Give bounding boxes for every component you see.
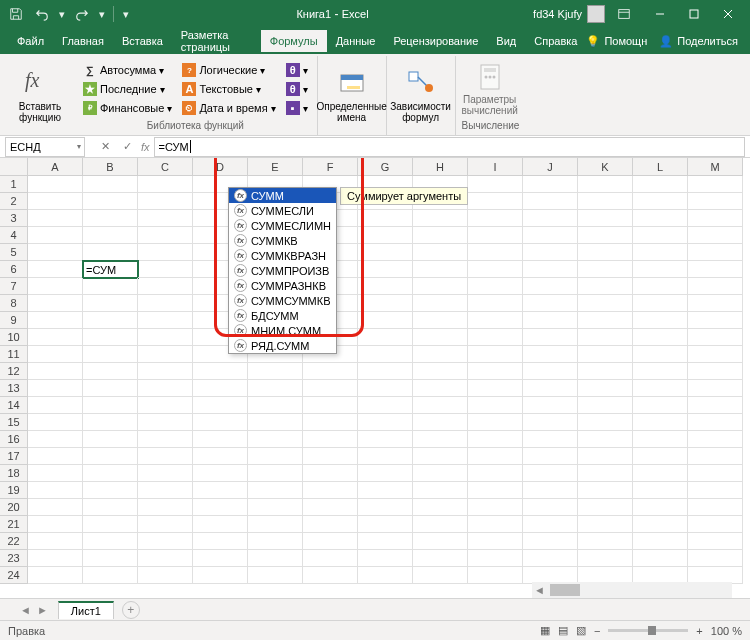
cell-B8[interactable] [83, 295, 138, 312]
cell-C4[interactable] [138, 227, 193, 244]
cell-G7[interactable] [358, 278, 413, 295]
cell-E17[interactable] [248, 448, 303, 465]
cell-L11[interactable] [633, 346, 688, 363]
row-header-10[interactable]: 10 [0, 329, 28, 346]
cell-C8[interactable] [138, 295, 193, 312]
cell-A20[interactable] [28, 499, 83, 516]
cell-B19[interactable] [83, 482, 138, 499]
cell-B5[interactable] [83, 244, 138, 261]
cell-G18[interactable] [358, 465, 413, 482]
row-header-21[interactable]: 21 [0, 516, 28, 533]
cell-K22[interactable] [578, 533, 633, 550]
cell-L13[interactable] [633, 380, 688, 397]
cell-H20[interactable] [413, 499, 468, 516]
cell-G13[interactable] [358, 380, 413, 397]
cell-L8[interactable] [633, 295, 688, 312]
cell-D13[interactable] [193, 380, 248, 397]
calc-options-button[interactable]: Параметры вычислений [462, 58, 518, 120]
autocomplete-item[interactable]: fxСУММСУММКВ [229, 293, 336, 308]
cell-L15[interactable] [633, 414, 688, 431]
cell-K17[interactable] [578, 448, 633, 465]
cell-J6[interactable] [523, 261, 578, 278]
cell-A10[interactable] [28, 329, 83, 346]
cell-A1[interactable] [28, 176, 83, 193]
cell-C13[interactable] [138, 380, 193, 397]
col-header-A[interactable]: A [28, 158, 83, 176]
cell-L23[interactable] [633, 550, 688, 567]
cell-C20[interactable] [138, 499, 193, 516]
cell-I13[interactable] [468, 380, 523, 397]
autocomplete-item[interactable]: fxСУММКВРАЗН [229, 248, 336, 263]
cell-K14[interactable] [578, 397, 633, 414]
row-header-3[interactable]: 3 [0, 210, 28, 227]
cell-C21[interactable] [138, 516, 193, 533]
cell-M19[interactable] [688, 482, 743, 499]
cell-C22[interactable] [138, 533, 193, 550]
autocomplete-item[interactable]: fxМНИМ.СУММ [229, 323, 336, 338]
cell-B17[interactable] [83, 448, 138, 465]
cell-K4[interactable] [578, 227, 633, 244]
cell-E18[interactable] [248, 465, 303, 482]
autocomplete-item[interactable]: fxСУММПРОИЗВ [229, 263, 336, 278]
cell-H3[interactable] [413, 210, 468, 227]
cell-H21[interactable] [413, 516, 468, 533]
share-button[interactable]: 👤Поделиться [659, 35, 738, 48]
cell-J14[interactable] [523, 397, 578, 414]
cell-A6[interactable] [28, 261, 83, 278]
cell-I2[interactable] [468, 193, 523, 210]
cell-I23[interactable] [468, 550, 523, 567]
cell-K9[interactable] [578, 312, 633, 329]
row-header-19[interactable]: 19 [0, 482, 28, 499]
cell-I21[interactable] [468, 516, 523, 533]
autocomplete-item[interactable]: fxСУММЕСЛИ [229, 203, 336, 218]
tab-help[interactable]: Справка [525, 30, 586, 52]
cell-L16[interactable] [633, 431, 688, 448]
cell-L10[interactable] [633, 329, 688, 346]
tab-insert[interactable]: Вставка [113, 30, 172, 52]
cell-L9[interactable] [633, 312, 688, 329]
cell-M6[interactable] [688, 261, 743, 278]
cell-J7[interactable] [523, 278, 578, 295]
cell-C3[interactable] [138, 210, 193, 227]
cell-D21[interactable] [193, 516, 248, 533]
cell-J20[interactable] [523, 499, 578, 516]
cell-K12[interactable] [578, 363, 633, 380]
cell-B10[interactable] [83, 329, 138, 346]
cell-K18[interactable] [578, 465, 633, 482]
row-header-24[interactable]: 24 [0, 567, 28, 584]
cell-M13[interactable] [688, 380, 743, 397]
cell-B16[interactable] [83, 431, 138, 448]
cell-J17[interactable] [523, 448, 578, 465]
cell-I18[interactable] [468, 465, 523, 482]
more-fn-button[interactable]: ▪ ▾ [283, 99, 311, 117]
cell-L21[interactable] [633, 516, 688, 533]
row-header-5[interactable]: 5 [0, 244, 28, 261]
cell-E12[interactable] [248, 363, 303, 380]
row-header-7[interactable]: 7 [0, 278, 28, 295]
cell-C18[interactable] [138, 465, 193, 482]
row-header-18[interactable]: 18 [0, 465, 28, 482]
row-header-16[interactable]: 16 [0, 431, 28, 448]
cell-F21[interactable] [303, 516, 358, 533]
cell-K13[interactable] [578, 380, 633, 397]
cell-K1[interactable] [578, 176, 633, 193]
cell-E15[interactable] [248, 414, 303, 431]
cell-E13[interactable] [248, 380, 303, 397]
cell-B18[interactable] [83, 465, 138, 482]
cell-E21[interactable] [248, 516, 303, 533]
cell-B2[interactable] [83, 193, 138, 210]
cell-J19[interactable] [523, 482, 578, 499]
cell-M10[interactable] [688, 329, 743, 346]
cell-K5[interactable] [578, 244, 633, 261]
cell-G8[interactable] [358, 295, 413, 312]
cell-M3[interactable] [688, 210, 743, 227]
tab-data[interactable]: Данные [327, 30, 385, 52]
undo-icon[interactable] [31, 3, 53, 25]
cell-H18[interactable] [413, 465, 468, 482]
cell-M5[interactable] [688, 244, 743, 261]
cell-L2[interactable] [633, 193, 688, 210]
cell-C14[interactable] [138, 397, 193, 414]
cell-H7[interactable] [413, 278, 468, 295]
cell-C16[interactable] [138, 431, 193, 448]
cell-G9[interactable] [358, 312, 413, 329]
